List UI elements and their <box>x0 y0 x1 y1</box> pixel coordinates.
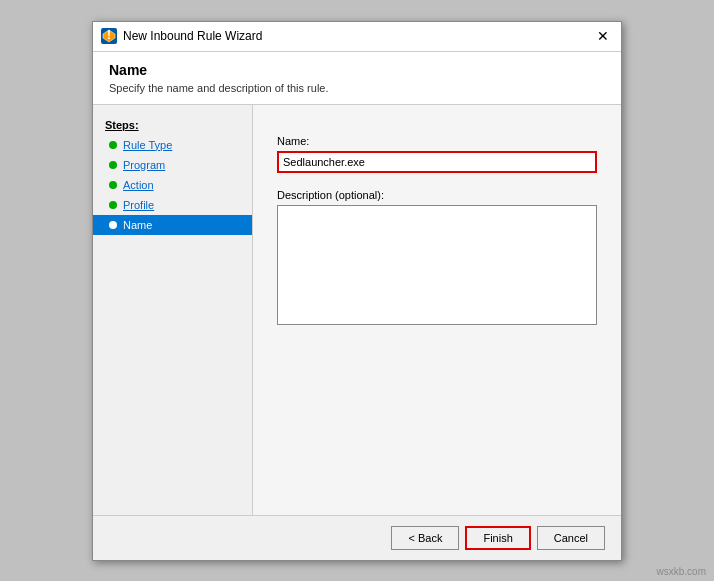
back-button[interactable]: < Back <box>391 526 459 550</box>
sidebar-label-rule-type: Rule Type <box>123 139 172 151</box>
step-dot-action <box>109 181 117 189</box>
main-panel: Name: Description (optional): <box>253 105 621 515</box>
page-title: Name <box>109 62 605 78</box>
finish-button[interactable]: Finish <box>465 526 530 550</box>
cancel-button[interactable]: Cancel <box>537 526 605 550</box>
watermark: wsxkb.com <box>657 566 706 577</box>
title-bar: ! New Inbound Rule Wizard ✕ <box>93 22 621 52</box>
step-dot-profile <box>109 201 117 209</box>
sidebar-label-profile: Profile <box>123 199 154 211</box>
footer: < Back Finish Cancel <box>93 515 621 560</box>
window-title: New Inbound Rule Wizard <box>123 29 262 43</box>
page-subtitle: Specify the name and description of this… <box>109 82 605 94</box>
wizard-window: ! New Inbound Rule Wizard ✕ Name Specify… <box>92 21 622 561</box>
sidebar: Steps: Rule Type Program Action Profile … <box>93 105 253 515</box>
description-field-group: Description (optional): <box>277 189 597 328</box>
wizard-icon: ! <box>101 28 117 44</box>
sidebar-label-action: Action <box>123 179 154 191</box>
sidebar-item-name[interactable]: Name <box>93 215 252 235</box>
sidebar-label-program: Program <box>123 159 165 171</box>
description-label: Description (optional): <box>277 189 597 201</box>
sidebar-item-action[interactable]: Action <box>93 175 252 195</box>
close-button[interactable]: ✕ <box>593 26 613 46</box>
sidebar-label-name: Name <box>123 219 152 231</box>
name-input[interactable] <box>277 151 597 173</box>
name-field-group: Name: <box>277 135 597 173</box>
step-dot-program <box>109 161 117 169</box>
sidebar-item-profile[interactable]: Profile <box>93 195 252 215</box>
name-label: Name: <box>277 135 597 147</box>
step-dot-rule-type <box>109 141 117 149</box>
title-bar-left: ! New Inbound Rule Wizard <box>101 28 262 44</box>
description-textarea[interactable] <box>277 205 597 325</box>
step-dot-name <box>109 221 117 229</box>
sidebar-item-rule-type[interactable]: Rule Type <box>93 135 252 155</box>
steps-heading: Steps: <box>93 115 252 135</box>
content-area: Steps: Rule Type Program Action Profile … <box>93 105 621 515</box>
page-header: Name Specify the name and description of… <box>93 52 621 105</box>
sidebar-item-program[interactable]: Program <box>93 155 252 175</box>
svg-text:!: ! <box>107 28 111 42</box>
